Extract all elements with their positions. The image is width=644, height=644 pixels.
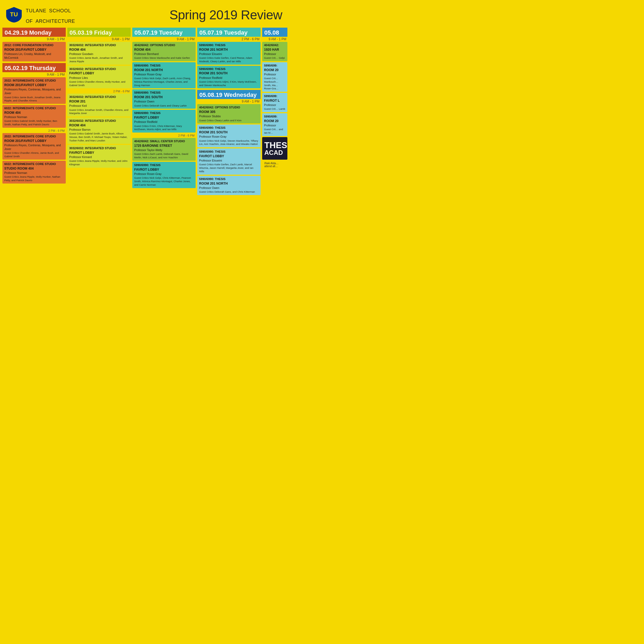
session-card-col4-3: 4042/6042: OPTIONS STUDIO ROOM 305 Profe… <box>197 104 261 123</box>
session-card-col5-3: 5990/699: FAVROT L Professor Guest Crit…… <box>262 93 287 112</box>
page-title: Spring 2019 Review <box>169 8 282 22</box>
session-card-col2-3: 3032/6032: INTEGRATED STUDIO ROOM 201 Pr… <box>67 94 131 116</box>
session-card-col4-6: 5990/6990: THESIS ROOM 201 NORTH Profess… <box>197 176 261 195</box>
column-4: 05.07.19 Tuesday 2 PM - 6 PM 5990/6990: … <box>196 28 261 196</box>
time-label-col4-am2: 9 AM - 1 PM <box>197 100 261 103</box>
time-label-col3-pm: 2 PM - 6 PM <box>132 134 196 137</box>
session-card-col2-2: 3032/6032: INTEGRATED STUDIO FAVROT LOBB… <box>67 66 131 89</box>
session-card-col5-4: 5990/699: ROOM 20 Professor Guest Crit… … <box>262 113 287 136</box>
day-header-col2: 05.03.19 Friday <box>67 28 131 37</box>
time-label-col2-am: 9 AM - 1 PM <box>67 37 131 41</box>
logo-school-text: SCHOOL <box>49 8 71 13</box>
column-1: 04.29.19 Monday 9 AM - 1 PM 2012: CORE F… <box>2 28 67 196</box>
day-header-col1: 04.29.19 Monday <box>2 28 66 37</box>
session-card-col2-5: 3032/6032: INTEGRATED STUDIO FAVROT LOBB… <box>67 145 131 168</box>
svg-text:TU: TU <box>10 11 18 18</box>
session-card-col3-1: 4042/6042: OPTIONS STUDIO ROOM 404 Profe… <box>132 42 196 61</box>
day-header-col4-2: 05.08.19 Wednesday <box>197 90 261 99</box>
session-card-col3-4: 5990/6990: THESIS FAVROT LOBBY Professor… <box>132 110 196 133</box>
column-5: 05.08 9 AM - 1 PM 4042/6042: 1920 HAR Pr… <box>261 28 288 196</box>
session-card-col4-4: 5990/6990: THESIS ROOM 201 SOUTH Profess… <box>197 125 261 147</box>
time-label-col1-am2: 9 AM - 1 PM <box>2 73 66 76</box>
header: TU TULANE SCHOOL OF ARCHITECTURE Spring … <box>0 0 290 28</box>
time-label-col4: 2 PM - 6 PM <box>197 37 261 41</box>
session-card-col1-1: 2012: CORE FOUNDATION STUDIO ROOM 201/FA… <box>2 42 66 61</box>
content-area: 04.29.19 Monday 9 AM - 1 PM 2012: CORE F… <box>0 28 290 196</box>
session-card-col1-2: 2022: INTERMEDIATE CORE STUDIO ROOM 201/… <box>2 77 66 104</box>
time-label-col1-pm: 2 PM - 6 PM <box>2 129 66 132</box>
thesis-block-col5: THES ACAD <box>262 137 287 160</box>
session-card-col3-5: 4042/6042: SMALL CENTER STUDIO 1725 BARO… <box>132 138 196 161</box>
session-card-col3-2: 5990/6990: THESIS ROOM 201 NORTH Profess… <box>132 62 196 89</box>
time-label-col3-am: 9 AM - 1 PM <box>132 37 196 41</box>
session-card-col3-6: 5990/6990: THESIS FAVROT LOBBY Professor… <box>132 162 196 188</box>
day-header-col5: 05.08 <box>262 28 287 37</box>
session-card-col2-4: 3032/6032: INTEGRATED STUDIO ROOM 404 Pr… <box>67 118 131 144</box>
logo-tulane: TULANE SCHOOL <box>26 5 75 14</box>
day-header-col4: 05.07.19 Tuesday <box>197 28 261 37</box>
logo-text-block: TULANE SCHOOL OF ARCHITECTURE <box>26 5 75 25</box>
footer-note-col5: Iñaki Alda… attend all… <box>262 161 287 169</box>
session-card-col5-1: 4042/6042: 1920 HAR Professor Guest Crit… <box>262 42 287 61</box>
logo-area: TU TULANE SCHOOL OF ARCHITECTURE <box>5 5 75 25</box>
column-3: 05.07.19 Tuesday 9 AM - 1 PM 4042/6042: … <box>131 28 196 196</box>
column-2: 05.03.19 Friday 9 AM - 1 PM 3032/6032: I… <box>67 28 131 196</box>
session-card-col1-5: 6022: INTERMEDIATE CORE STUDIO STUDIO RO… <box>2 161 66 184</box>
session-card-col1-4: 2022: INTERMEDIATE CORE STUDIO ROOM 201/… <box>2 133 66 160</box>
time-label-col5-am: 9 AM - 1 PM <box>262 37 287 41</box>
time-label-col2-pm: 2 PM - 6 PM <box>67 90 131 93</box>
logo-shield: TU <box>5 6 23 23</box>
session-card-col5-2: 5990/699: ROOM 20 Professor Guest Crit… … <box>262 62 287 92</box>
session-card-col4-1: 5990/6990: THESIS ROOM 201 NORTH Profess… <box>197 42 261 65</box>
session-card-col1-3: 6022: INTERMEDIATE CORE STUDIO ROOM 404 … <box>2 105 66 128</box>
session-card-col2-1: 3032/6032: INTEGRATED STUDIO ROOM 404 Pr… <box>67 42 131 65</box>
logo-arch: OF ARCHITECTURE <box>26 14 75 25</box>
time-label-col1-am: 9 AM - 1 PM <box>2 37 66 41</box>
session-card-col4-5: 5990/6990: THESIS FAVROT LOBBY Professor… <box>197 148 261 175</box>
day-header-col1-2: 05.02.19 Thursday <box>2 63 66 72</box>
day-header-col3: 05.07.19 Tuesday <box>132 28 196 37</box>
session-card-col4-2: 5990/6990: THESIS ROOM 201 SOUTH Profess… <box>197 66 261 89</box>
session-card-col3-3: 5990/6990: THESIS ROOM 201 SOUTH Profess… <box>132 89 196 109</box>
